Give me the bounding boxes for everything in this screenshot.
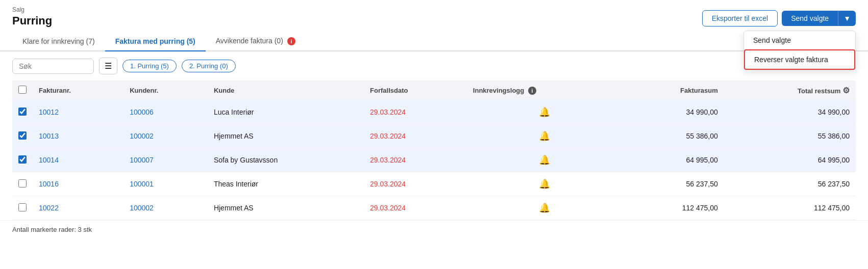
- breadcrumb: Salg: [12, 6, 52, 13]
- forfallsdato-cell-4: 29.03.2024: [364, 196, 467, 220]
- tab-info-icon: i: [287, 37, 295, 45]
- forfallsdato-cell-1: 29.03.2024: [364, 124, 467, 148]
- bell-icon-0: 🔔: [539, 106, 550, 118]
- selected-rows-label: Antall markerte rader: 3 stk: [12, 226, 92, 233]
- fakturasum-cell-0: 34 990,00: [622, 100, 724, 124]
- fakturasum-cell-3: 56 237,50: [622, 172, 724, 196]
- select-all-checkbox[interactable]: [18, 86, 27, 94]
- gear-icon[interactable]: ⚙: [842, 86, 850, 95]
- totalrestsum-cell-0: 34 990,00: [724, 100, 856, 124]
- fakturasum-cell-1: 55 386,00: [622, 124, 724, 148]
- forfallsdato-cell-2: 29.03.2024: [364, 148, 467, 172]
- bell-icon-1: 🔔: [539, 130, 550, 142]
- innkrevingslogg-cell-4: 🔔: [467, 196, 622, 220]
- totalrestsum-cell-2: 64 995,00: [724, 148, 856, 172]
- kunde-cell-0: Luca Interiør: [208, 100, 364, 124]
- send-valgte-chevron-button[interactable]: ▼: [838, 11, 856, 26]
- kundenr-link-4[interactable]: 100002: [130, 204, 154, 212]
- table-row: 10016 100001 Theas Interiør 29.03.2024 🔔…: [12, 172, 856, 196]
- col-fakturanr: Fakturanr.: [33, 80, 123, 100]
- kundenr-link-0[interactable]: 100006: [130, 108, 154, 116]
- filter-icon: ☰: [105, 61, 112, 71]
- fakturanr-link-0[interactable]: 10012: [39, 108, 59, 116]
- innkrevingslogg-cell-0: 🔔: [467, 100, 622, 124]
- fakturanr-link-1[interactable]: 10013: [39, 132, 59, 140]
- tag-purring-1[interactable]: 1. Purring (5): [122, 60, 177, 72]
- fakturasum-cell-4: 112 475,00: [622, 196, 724, 220]
- totalrestsum-cell-1: 55 386,00: [724, 124, 856, 148]
- row-checkbox-2[interactable]: [18, 155, 27, 164]
- fakturanr-link-3[interactable]: 10016: [39, 180, 59, 188]
- innkrevingslogg-cell-1: 🔔: [467, 124, 622, 148]
- table-footer: Antall markerte rader: 3 stk: [0, 220, 868, 238]
- invoices-table: Fakturanr. Kundenr. Kunde Forfallsdato I…: [12, 80, 856, 220]
- table-container: Fakturanr. Kundenr. Kunde Forfallsdato I…: [0, 80, 868, 220]
- row-checkbox-1[interactable]: [18, 131, 27, 140]
- col-innkrevingslogg: Innkrevingslogg i: [467, 80, 622, 100]
- table-header-row: Fakturanr. Kundenr. Kunde Forfallsdato I…: [12, 80, 856, 100]
- bell-icon-3: 🔔: [539, 178, 550, 190]
- kundenr-link-2[interactable]: 100007: [130, 156, 154, 164]
- page-title: Purring: [12, 14, 52, 28]
- dropdown-menu: Send valgte Reverser valgte faktura: [743, 31, 856, 70]
- send-valgte-button[interactable]: Send valgte: [782, 11, 838, 26]
- fakturanr-link-2[interactable]: 10014: [39, 156, 59, 164]
- filter-button[interactable]: ☰: [99, 58, 117, 74]
- col-forfallsdato: Forfallsdato: [364, 80, 467, 100]
- forfallsdato-cell-0: 29.03.2024: [364, 100, 467, 124]
- col-fakturasum: Fakturasum: [622, 80, 724, 100]
- search-input[interactable]: [12, 59, 94, 74]
- innkrevingslogg-cell-3: 🔔: [467, 172, 622, 196]
- table-row: 10014 100007 Sofa by Gustavsson 29.03.20…: [12, 148, 856, 172]
- bell-icon-2: 🔔: [539, 154, 550, 166]
- bell-icon-4: 🔔: [539, 202, 550, 213]
- tab-klare[interactable]: Klare for innkreving (7): [12, 32, 105, 51]
- tab-avvikende[interactable]: Avvikende faktura (0) i: [206, 32, 306, 51]
- row-checkbox-4[interactable]: [18, 203, 27, 211]
- col-kunde: Kunde: [208, 80, 364, 100]
- export-button[interactable]: Eksporter til excel: [702, 10, 778, 26]
- fakturasum-cell-2: 64 995,00: [622, 148, 724, 172]
- tab-faktura[interactable]: Faktura med purring (5): [105, 32, 206, 51]
- innkrevingslogg-info-icon: i: [528, 87, 536, 95]
- tag-purring-2[interactable]: 2. Purring (0): [182, 60, 236, 72]
- kunde-cell-3: Theas Interiør: [208, 172, 364, 196]
- dropdown-reverser[interactable]: Reverser valgte faktura: [744, 49, 855, 70]
- table-row: 10022 100002 Hjemmet AS 29.03.2024 🔔 112…: [12, 196, 856, 220]
- tabs-row: Klare for innkreving (7) Faktura med pur…: [0, 32, 868, 51]
- totalrestsum-cell-4: 112 475,00: [724, 196, 856, 220]
- innkrevingslogg-cell-2: 🔔: [467, 148, 622, 172]
- row-checkbox-0[interactable]: [18, 107, 27, 116]
- page-wrapper: Salg Purring Eksporter til excel Send va…: [0, 0, 868, 269]
- fakturanr-link-4[interactable]: 10022: [39, 204, 59, 212]
- table-row: 10013 100002 Hjemmet AS 29.03.2024 🔔 55 …: [12, 124, 856, 148]
- toolbar-row: ☰ 1. Purring (5) 2. Purring (0): [0, 51, 868, 80]
- col-totalrestsum: Total restsum ⚙: [724, 80, 856, 100]
- page-header: Salg Purring Eksporter til excel Send va…: [0, 0, 868, 28]
- dropdown-send-valgte[interactable]: Send valgte: [744, 31, 855, 49]
- send-group: Send valgte ▼: [782, 11, 856, 26]
- kundenr-link-3[interactable]: 100001: [130, 180, 154, 188]
- col-kundenr: Kundenr.: [123, 80, 208, 100]
- kunde-cell-2: Sofa by Gustavsson: [208, 148, 364, 172]
- kunde-cell-1: Hjemmet AS: [208, 124, 364, 148]
- totalrestsum-cell-3: 56 237,50: [724, 172, 856, 196]
- forfallsdato-cell-3: 29.03.2024: [364, 172, 467, 196]
- kundenr-link-1[interactable]: 100002: [130, 132, 154, 140]
- header-actions: Eksporter til excel Send valgte ▼: [702, 10, 856, 26]
- kunde-cell-4: Hjemmet AS: [208, 196, 364, 220]
- table-row: 10012 100006 Luca Interiør 29.03.2024 🔔 …: [12, 100, 856, 124]
- breadcrumb-area: Salg Purring: [12, 6, 52, 28]
- row-checkbox-3[interactable]: [18, 179, 27, 187]
